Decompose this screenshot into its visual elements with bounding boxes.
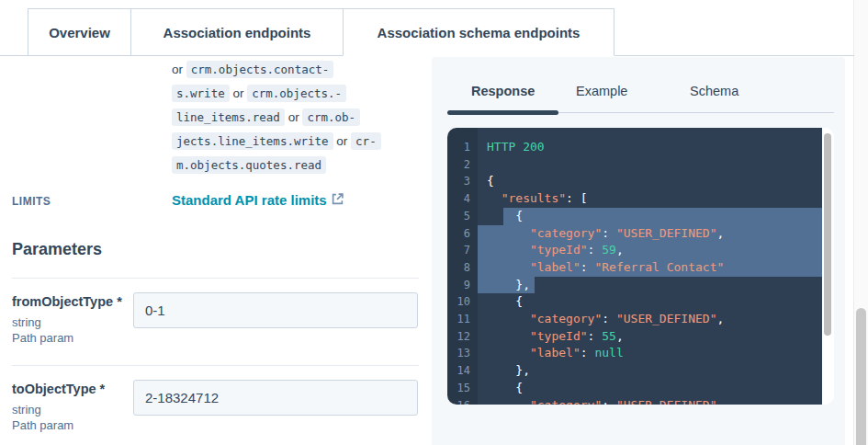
tab-association-endpoints[interactable]: Association endpoints — [130, 8, 344, 56]
line-content: { — [478, 380, 822, 397]
code-token — [487, 260, 530, 274]
code-token: , — [716, 312, 724, 325]
code-token: : — [581, 260, 595, 274]
code-line: 1HTTP 200 — [447, 139, 822, 156]
code-token — [487, 312, 530, 325]
code-line: 15 { — [447, 380, 822, 397]
code-token: : — [588, 329, 603, 343]
code-token: { — [487, 174, 494, 188]
tab-association-schema-endpoints[interactable]: Association schema endpoints — [343, 8, 614, 56]
page-scrollbar[interactable] — [853, 0, 868, 445]
line-content: "typeId": 55, — [478, 328, 822, 346]
code-scrollbar-thumb[interactable] — [824, 133, 831, 336]
param-type: string — [12, 403, 41, 416]
code-line: 5 { — [447, 208, 822, 225]
code-line: 11 "category": "USER_DEFINED", — [447, 311, 822, 328]
code-line: 2 — [447, 156, 822, 174]
code-token: null — [594, 346, 623, 359]
code-line: 16 "category": "USER_DEFINED" — [447, 397, 822, 405]
code-token: , — [716, 226, 724, 240]
code-token: "label" — [530, 346, 581, 359]
line-content: "category": "USER_DEFINED", — [478, 225, 822, 243]
code-token: 59 — [602, 243, 616, 257]
scope-line: line_items.read or crm.ob- — [172, 105, 434, 129]
fromObjectType-input[interactable] — [133, 292, 418, 328]
response-code-block: 1HTTP 2002 3{4 "results": [5 {6 "categor… — [447, 128, 834, 405]
code-token: "typeId" — [530, 329, 588, 343]
tab-schema[interactable]: Schema — [690, 84, 738, 98]
line-content: { — [478, 173, 822, 190]
code-token: "label" — [530, 260, 581, 274]
tab-overview[interactable]: Overview — [28, 8, 131, 56]
response-panel: Response Example Schema 1HTTP 2002 3{4 "… — [432, 57, 845, 445]
line-number: 3 — [447, 173, 478, 190]
line-number: 6 — [447, 225, 478, 243]
scopes-value: or crm.objects.contact-s.write or crm.ob… — [172, 57, 434, 177]
line-content — [478, 156, 822, 174]
line-number: 11 — [447, 311, 478, 328]
tab-response[interactable]: Response — [471, 84, 535, 98]
scope-code-chip: crm.objects.- — [247, 85, 346, 102]
code-token — [487, 329, 530, 343]
api-docs-page: Overview Association endpoints Associati… — [0, 0, 868, 445]
code-token: : — [588, 243, 603, 257]
scope-code-chip: cr- — [351, 132, 381, 150]
response-tab-active-indicator — [447, 110, 558, 115]
line-content: "typeId": 59, — [478, 242, 822, 259]
line-number: 9 — [447, 277, 478, 294]
page-scrollbar-thumb[interactable] — [856, 308, 866, 445]
scope-code-chip: line_items.read — [172, 108, 285, 126]
code-line: 12 "typeId": 55, — [447, 328, 822, 346]
code-scrollbar[interactable] — [822, 128, 834, 405]
code-token — [487, 398, 530, 405]
code-token: : — [602, 398, 616, 405]
code-editor: 1HTTP 2002 3{4 "results": [5 {6 "categor… — [447, 128, 822, 405]
param-kind: Path param — [12, 331, 73, 345]
scope-separator-text: or — [230, 86, 248, 100]
code-token: "results" — [502, 191, 566, 205]
line-content: "label": null — [478, 345, 822, 362]
code-token: "category" — [530, 398, 602, 405]
code-token: , — [616, 243, 624, 257]
code-token: { — [487, 294, 523, 308]
code-token — [487, 226, 530, 240]
code-token: }, — [487, 363, 530, 377]
scope-code-chip: jects.line_items.write — [172, 132, 333, 150]
code-line: 4 "results": [ — [447, 190, 822, 208]
line-content: { — [478, 208, 822, 225]
code-token: "USER_DEFINED" — [616, 398, 717, 405]
code-line: 14 }, — [447, 362, 822, 380]
scope-code-chip: s.write — [172, 85, 230, 102]
line-content: "category": "USER_DEFINED", — [478, 311, 822, 328]
code-token — [487, 346, 530, 359]
code-token: : [ — [566, 191, 587, 205]
code-token — [487, 191, 502, 205]
line-number: 13 — [447, 345, 478, 362]
rate-limits-link-label: Standard API rate limits — [172, 192, 327, 208]
code-token: "USER_DEFINED" — [616, 312, 717, 325]
external-link-icon — [332, 192, 344, 208]
scope-separator-text: or — [333, 134, 352, 148]
tab-example[interactable]: Example — [576, 84, 627, 98]
line-number: 14 — [447, 362, 478, 380]
line-number: 12 — [447, 328, 478, 346]
code-line: 13 "label": null — [447, 345, 822, 362]
code-token: 55 — [602, 329, 616, 343]
rate-limits-link[interactable]: Standard API rate limits — [172, 191, 344, 208]
param-name-toObjectType: toObjectType * — [12, 382, 105, 396]
code-token: , — [616, 329, 624, 343]
code-token: { — [487, 209, 523, 222]
code-token: "Referral Contact" — [594, 260, 724, 274]
code-token: "category" — [530, 226, 602, 240]
code-token: }, — [487, 278, 530, 291]
scope-separator-text: or — [172, 63, 186, 76]
toObjectType-input[interactable] — [133, 380, 418, 416]
param-name-fromObjectType: fromObjectType * — [12, 294, 122, 309]
scope-line: or crm.objects.contact- — [172, 57, 434, 81]
scope-line: m.objects.quotes.read — [172, 153, 434, 177]
scope-line: jects.line_items.write or cr- — [172, 129, 434, 153]
code-token: : — [581, 346, 595, 359]
scope-line: s.write or crm.objects.- — [172, 81, 434, 105]
line-number: 16 — [447, 397, 478, 405]
code-token: "USER_DEFINED" — [616, 226, 717, 240]
